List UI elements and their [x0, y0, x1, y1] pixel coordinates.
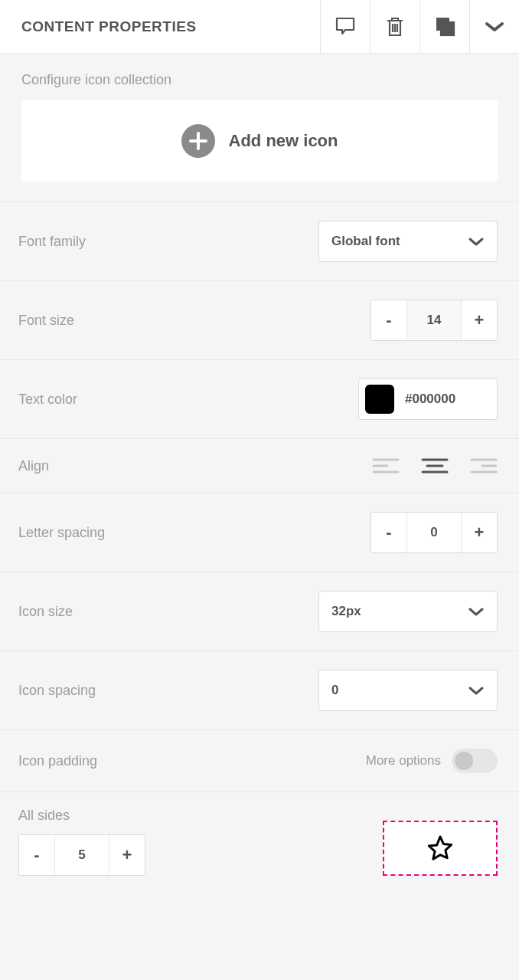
letter-spacing-value: 0: [406, 513, 462, 552]
all-sides-increment[interactable]: +: [109, 835, 145, 875]
chevron-down-icon: [468, 607, 485, 617]
all-sides-label: All sides: [18, 808, 145, 824]
icon-spacing-value: 0: [331, 683, 338, 698]
configure-label: Configure icon collection: [21, 72, 498, 88]
icon-padding-row: Icon padding More options: [0, 729, 519, 792]
align-group: [372, 457, 498, 474]
duplicate-icon: [435, 16, 455, 37]
all-sides-stepper: - 5 +: [18, 834, 145, 876]
text-color-value: #000000: [405, 392, 455, 407]
icon-preview[interactable]: [383, 821, 498, 876]
more-options-label: More options: [366, 753, 441, 769]
svg-rect-3: [441, 22, 454, 35]
letter-spacing-row: Letter spacing - 0 +: [0, 493, 519, 572]
star-icon: [426, 834, 454, 862]
toggle-knob: [455, 752, 473, 770]
icon-padding-label: Icon padding: [18, 753, 97, 769]
font-family-value: Global font: [331, 234, 400, 249]
align-left-icon: [372, 457, 400, 474]
font-size-label: Font size: [18, 313, 74, 329]
add-icon-button[interactable]: Add new icon: [21, 100, 498, 182]
all-sides-value: 5: [54, 835, 109, 875]
more-options-group: More options: [366, 749, 498, 773]
letter-spacing-label: Letter spacing: [18, 525, 105, 541]
font-size-value: 14: [406, 300, 462, 340]
align-right-icon: [470, 457, 498, 474]
color-swatch: [365, 385, 394, 414]
align-left-button[interactable]: [372, 457, 400, 474]
text-color-label: Text color: [18, 392, 77, 408]
font-family-select[interactable]: Global font: [318, 221, 498, 262]
comment-icon: [335, 16, 356, 37]
duplicate-button[interactable]: [419, 0, 469, 53]
font-size-decrement[interactable]: -: [371, 300, 406, 340]
align-right-button[interactable]: [470, 457, 498, 474]
text-color-picker[interactable]: #000000: [358, 379, 498, 420]
align-center-button[interactable]: [421, 457, 449, 474]
icon-spacing-row: Icon spacing 0: [0, 651, 519, 729]
letter-spacing-stepper: - 0 +: [370, 512, 498, 553]
configure-section: Configure icon collection Add new icon: [0, 54, 519, 202]
font-family-label: Font family: [18, 234, 86, 250]
letter-spacing-increment[interactable]: +: [462, 513, 497, 552]
collapse-button[interactable]: [469, 0, 519, 53]
font-size-row: Font size - 14 +: [0, 280, 519, 359]
chevron-down-icon: [484, 21, 505, 33]
letter-spacing-decrement[interactable]: -: [371, 513, 406, 552]
text-color-row: Text color #000000: [0, 359, 519, 438]
icon-size-label: Icon size: [18, 604, 73, 620]
trash-icon: [385, 16, 405, 38]
font-size-stepper: - 14 +: [370, 300, 498, 341]
chevron-down-icon: [468, 237, 485, 247]
plus-icon: [181, 124, 215, 158]
panel-title: CONTENT PROPERTIES: [0, 18, 197, 35]
delete-button[interactable]: [370, 0, 419, 53]
comment-button[interactable]: [320, 0, 370, 53]
align-label: Align: [18, 458, 49, 474]
font-size-increment[interactable]: +: [462, 300, 497, 340]
align-center-icon: [421, 457, 449, 474]
icon-size-row: Icon size 32px: [0, 572, 519, 651]
add-icon-label: Add new icon: [229, 131, 338, 151]
icon-spacing-label: Icon spacing: [18, 683, 96, 699]
chevron-down-icon: [468, 686, 485, 696]
more-options-toggle[interactable]: [452, 749, 498, 773]
header-actions: [320, 0, 519, 53]
icon-size-value: 32px: [331, 604, 361, 619]
align-row: Align: [0, 438, 519, 493]
font-family-row: Font family Global font: [0, 202, 519, 280]
icon-size-select[interactable]: 32px: [318, 591, 498, 632]
icon-spacing-select[interactable]: 0: [318, 670, 498, 711]
panel-header: CONTENT PROPERTIES: [0, 0, 519, 54]
all-sides-decrement[interactable]: -: [19, 835, 54, 875]
all-sides-row: All sides - 5 +: [0, 792, 519, 897]
